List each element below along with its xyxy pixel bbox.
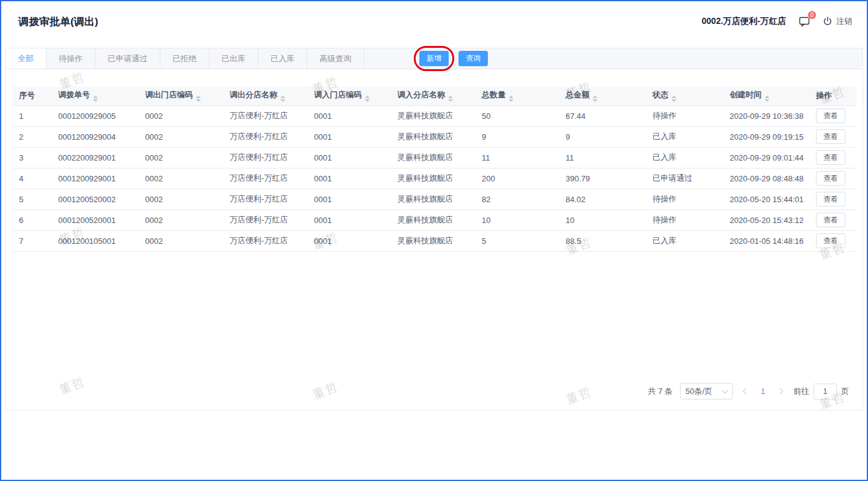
column-header[interactable]: 状态: [646, 86, 724, 105]
column-header[interactable]: 调入门店编码: [308, 86, 391, 105]
goto-page-input[interactable]: [814, 384, 837, 400]
tab-2[interactable]: 已申请通过: [95, 48, 160, 69]
table-cell: 82: [476, 189, 559, 210]
goto-suffix: 页: [841, 386, 849, 397]
table-row: 600012005200010002万店便利-万红店0001灵蕨科技旗舰店101…: [13, 210, 856, 230]
table-cell: 6: [13, 210, 52, 230]
table-cell: 1: [13, 105, 52, 126]
table-cell: 84.02: [559, 189, 646, 210]
prev-page-button[interactable]: [740, 383, 752, 400]
table-cell: 灵蕨科技旗舰店: [391, 105, 476, 126]
table-cell: 0002: [139, 147, 223, 168]
view-button[interactable]: 查看: [816, 150, 845, 165]
tab-4[interactable]: 已出库: [209, 48, 258, 69]
chevron-left-icon: [743, 388, 749, 395]
column-header[interactable]: 调入分店名称: [391, 86, 476, 105]
table-cell: 万店便利-万红店: [223, 230, 308, 251]
table-cell: 0001: [308, 105, 391, 126]
table-row: 700012001050010002万店便利-万红店0001灵蕨科技旗舰店588…: [13, 230, 856, 251]
view-button[interactable]: 查看: [816, 129, 845, 144]
table-cell: 50: [476, 105, 559, 126]
table-cell: 灵蕨科技旗舰店: [391, 126, 476, 147]
sort-caret-icon[interactable]: [448, 96, 453, 102]
table-row: 400012009290010002万店便利-万红店0001灵蕨科技旗舰店200…: [13, 168, 856, 189]
table-row: 500012005200020002万店便利-万红店0001灵蕨科技旗舰店828…: [13, 189, 856, 210]
view-button[interactable]: 查看: [816, 213, 845, 227]
header-right: 0002.万店便利-万红店 0 注销: [702, 15, 852, 28]
table-cell: 已入库: [646, 147, 724, 168]
table-head: 序号调拨单号调出门店编码调出分店名称调入门店编码调入分店名称总数量总金额状态创建…: [13, 86, 856, 105]
logout-button[interactable]: 注销: [823, 16, 852, 27]
table-cell: 灵蕨科技旗舰店: [391, 168, 476, 189]
table-cell: 2020-09-29 08:48:48: [724, 168, 810, 189]
table-cell: 万店便利-万红店: [223, 126, 308, 147]
view-button[interactable]: 查看: [816, 192, 845, 206]
tab-0[interactable]: 全部: [6, 48, 47, 69]
tab-5[interactable]: 已入库: [258, 48, 307, 69]
sort-caret-icon[interactable]: [672, 96, 676, 102]
tab-3[interactable]: 已拒绝: [160, 48, 209, 69]
power-icon: [823, 17, 832, 26]
table-cell: 0001: [308, 230, 391, 251]
column-header: 序号: [13, 86, 52, 105]
view-button[interactable]: 查看: [816, 108, 845, 123]
column-header-label: 序号: [19, 91, 35, 100]
sort-caret-icon[interactable]: [365, 96, 370, 102]
view-button[interactable]: 查看: [816, 233, 845, 248]
sort-caret-icon[interactable]: [593, 96, 597, 102]
column-header-label: 调入门店编码: [314, 90, 362, 99]
chevron-right-icon: [777, 388, 783, 395]
sort-caret-icon[interactable]: [509, 96, 514, 102]
column-header[interactable]: 调出分店名称: [223, 86, 308, 105]
sort-caret-icon[interactable]: [765, 96, 769, 102]
page-size-select[interactable]: 50条/页: [680, 383, 733, 400]
table-cell: 0002200929001: [52, 147, 139, 168]
table-cell: 2020-09-29 09:01:44: [724, 147, 810, 168]
sort-caret-icon[interactable]: [93, 96, 98, 102]
table-cell: 0001: [308, 210, 391, 230]
pagination: 共 7 条 50条/页 1 前往 页: [648, 383, 849, 400]
tab-1[interactable]: 待操作: [47, 48, 95, 69]
table-cell: 5: [476, 230, 559, 251]
table-row: 200012009290040002万店便利-万红店0001灵蕨科技旗舰店99已…: [13, 126, 856, 147]
column-header[interactable]: 调拨单号: [52, 86, 139, 105]
table-cell: 0001200105001: [52, 230, 139, 251]
table-cell: 待操作: [646, 210, 724, 230]
sort-caret-icon[interactable]: [196, 96, 201, 102]
column-header[interactable]: 总数量: [476, 86, 559, 105]
column-header: 操作: [810, 86, 856, 105]
sort-caret-icon[interactable]: [280, 96, 285, 102]
table-row: 100012009290050002万店便利-万红店0001灵蕨科技旗舰店506…: [13, 105, 856, 126]
view-button[interactable]: 查看: [816, 171, 845, 186]
table-cell: 88.5: [559, 230, 646, 251]
next-page-button[interactable]: [774, 383, 786, 400]
add-button[interactable]: 新增: [419, 51, 449, 66]
current-page[interactable]: 1: [760, 387, 766, 396]
table-cell: 0001200520002: [52, 189, 139, 210]
message-icon[interactable]: 0: [798, 15, 810, 28]
column-header-label: 状态: [653, 90, 668, 99]
table-cell: 11: [559, 147, 646, 168]
table-cell: 10: [559, 210, 646, 230]
table-cell: 2020-01-05 14:48:16: [724, 230, 810, 251]
table-cell: 0001: [308, 126, 391, 147]
tabs: 全部待操作已申请通过已拒绝已出库已入库高级查询: [6, 48, 364, 69]
table-cell: 10: [476, 210, 559, 230]
table-cell: 0002: [139, 126, 223, 147]
column-header[interactable]: 总金额: [559, 86, 646, 105]
query-button[interactable]: 查询: [458, 51, 488, 66]
tab-6[interactable]: 高级查询: [307, 48, 364, 69]
table-cell: 7: [13, 230, 52, 251]
table-cell: 已入库: [646, 230, 724, 251]
column-header[interactable]: 创建时间: [724, 86, 810, 105]
table-wrap: 序号调拨单号调出门店编码调出分店名称调入门店编码调入分店名称总数量总金额状态创建…: [13, 86, 855, 252]
column-header-label: 调拨单号: [58, 90, 90, 99]
logout-label: 注销: [836, 16, 852, 27]
table-cell-action: 查看: [810, 210, 856, 230]
table-cell: 9: [476, 126, 559, 147]
table-cell: 2020-09-29 10:36:38: [724, 105, 810, 126]
column-header[interactable]: 调出门店编码: [139, 86, 223, 105]
page: { "page": { "title": "调拨审批单(调出)", "store…: [0, 0, 868, 481]
table-cell-action: 查看: [810, 168, 856, 189]
table-cell: 0001200520001: [52, 210, 139, 230]
